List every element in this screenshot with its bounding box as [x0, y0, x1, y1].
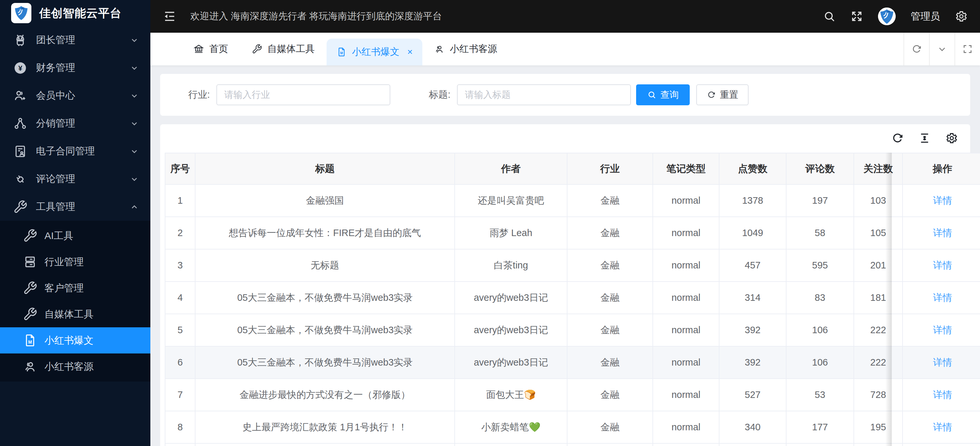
table-row[interactable]: 3无标题白茶ting金融normal457595201详情: [165, 249, 980, 282]
tab-xhs-leads[interactable]: 小红书客源: [422, 33, 509, 65]
sidebar-fold-icon[interactable]: [163, 10, 177, 23]
cell-op: 详情: [902, 346, 980, 379]
sidebar-item-members[interactable]: 会员中心: [0, 82, 150, 110]
cell-follows: 201: [854, 249, 902, 282]
column-header-op[interactable]: 操作: [902, 153, 980, 185]
table-card: 序号标题作者行业笔记类型点赞数评论数关注数操作 1金融强国还是叫吴富贵吧金融no…: [160, 124, 970, 446]
cell-comments: 83: [786, 282, 854, 314]
table-refresh-icon[interactable]: [891, 132, 904, 144]
table-row[interactable]: 1金融强国还是叫吴富贵吧金融normal1378197103详情: [165, 185, 980, 217]
reset-button[interactable]: 重置: [696, 84, 749, 105]
sidebar-item-label: 电子合同管理: [36, 145, 121, 158]
sidebar-submenu: AI工具 行业管理 客户管理 自媒体工具 M 小红书爆文 小红书客源: [0, 221, 150, 382]
sidebar-subitem-label: 小红书爆文: [45, 334, 139, 347]
table-row[interactable]: 7金融进步最快的方式没有之一（邪修版）面包大王🍞金融normal52753728…: [165, 379, 980, 411]
table-row[interactable]: 9怎么才有招行员工那样的精英气质五道口爱发声金融normal355432104详…: [165, 443, 980, 446]
user-avatar[interactable]: [878, 8, 896, 25]
tab-close-icon[interactable]: ×: [407, 47, 412, 57]
topbar-actions: 管理员: [823, 8, 967, 25]
tab-label: 小红书爆文: [352, 45, 399, 59]
detail-link[interactable]: 详情: [933, 195, 952, 205]
cell-follows: 105: [854, 217, 902, 249]
user-name[interactable]: 管理员: [911, 10, 940, 23]
tab-media-tools[interactable]: 自媒体工具: [240, 33, 326, 65]
column-header-follows[interactable]: 关注数: [854, 153, 902, 185]
tabbar-actions: [904, 33, 980, 65]
sidebar-subitem-label: AI工具: [45, 229, 139, 243]
table-row[interactable]: 2想告诉每一位成年女性：FIRE才是自由的底气雨梦 Leah金融normal10…: [165, 217, 980, 249]
reset-button-label: 重置: [720, 89, 738, 101]
sidebar-subitem-industry[interactable]: 行业管理: [0, 249, 150, 275]
table-row[interactable]: 505大三金融本，不做免费牛马润web3实录avery的web3日记金融norm…: [165, 314, 980, 346]
yen-icon: ¥: [13, 61, 27, 75]
detail-link[interactable]: 详情: [933, 389, 952, 400]
svg-text:¥: ¥: [18, 64, 22, 72]
sidebar-subitem-ai-tools[interactable]: AI工具: [0, 223, 150, 249]
column-header-noteType[interactable]: 笔记类型: [653, 153, 719, 185]
tab-xhs-posts[interactable]: M 小红书爆文 ×: [326, 38, 422, 65]
sidebar-subitem-xhs-posts[interactable]: M 小红书爆文: [0, 327, 150, 354]
sidebar-subitem-label: 行业管理: [45, 255, 139, 269]
cell-seq: 6: [165, 346, 195, 379]
search-icon[interactable]: [823, 10, 835, 22]
sidebar-item-finance[interactable]: ¥ 财务管理: [0, 54, 150, 82]
sidebar-item-label: 工具管理: [36, 200, 121, 213]
sidebar-item-label: 团长管理: [36, 33, 121, 47]
svg-text:M: M: [28, 340, 32, 345]
fullscreen-expand-icon[interactable]: [851, 10, 863, 22]
cell-title: 金融强国: [195, 185, 455, 217]
table-row[interactable]: 405大三金融本，不做免费牛马润web3实录avery的web3日记金融norm…: [165, 282, 980, 314]
detail-link[interactable]: 详情: [933, 292, 952, 303]
sidebar-item-distribution[interactable]: 分销管理: [0, 110, 150, 137]
detail-link[interactable]: 详情: [933, 260, 952, 271]
cell-op: 详情: [902, 185, 980, 217]
column-header-likes[interactable]: 点赞数: [719, 153, 786, 185]
industry-input[interactable]: [216, 84, 390, 105]
detail-link[interactable]: 详情: [933, 422, 952, 432]
app-logo[interactable]: 佳创智能云平台: [0, 0, 150, 26]
industry-label: 行业:: [188, 88, 210, 101]
title-input[interactable]: [457, 84, 631, 105]
column-header-author[interactable]: 作者: [455, 153, 567, 185]
cell-noteType: normal: [653, 314, 719, 346]
sidebar-subitem-customers[interactable]: 客户管理: [0, 275, 150, 301]
cell-comments: 53: [786, 379, 854, 411]
search-button[interactable]: 查询: [636, 84, 690, 105]
cell-author: 面包大王🍞: [455, 379, 567, 411]
column-header-seq[interactable]: 序号: [165, 153, 195, 185]
sidebar-item-tools[interactable]: 工具管理: [0, 193, 150, 221]
column-header-comments[interactable]: 评论数: [786, 153, 854, 185]
column-settings-gear-icon[interactable]: [946, 132, 958, 144]
tabs-refresh-icon[interactable]: [904, 33, 929, 65]
column-header-industry[interactable]: 行业: [567, 153, 653, 185]
tabs-chevron-down-icon[interactable]: [929, 33, 955, 65]
detail-link[interactable]: 详情: [933, 325, 952, 335]
gear-icon[interactable]: [955, 10, 967, 22]
cell-likes: 392: [719, 346, 786, 379]
detail-link[interactable]: 详情: [933, 228, 952, 238]
table-row[interactable]: 8史上最严跨境汇款政策 1月1号执行！！小新卖蜡笔💚金融normal340177…: [165, 411, 980, 443]
table-row[interactable]: 605大三金融本，不做免费牛马润web3实录avery的web3日记金融norm…: [165, 346, 980, 379]
tab-home[interactable]: 首页: [182, 33, 240, 65]
sidebar-subitem-media-tools[interactable]: 自媒体工具: [0, 301, 150, 327]
cell-title: 金融进步最快的方式没有之一（邪修版）: [195, 379, 455, 411]
cell-title: 05大三金融本，不做免费牛马润web3实录: [195, 314, 455, 346]
sidebar-item-label: 会员中心: [36, 89, 121, 102]
sidebar-item-leader[interactable]: 团长管理: [0, 26, 150, 54]
column-header-title[interactable]: 标题: [195, 153, 455, 185]
sidebar-item-contracts[interactable]: 电子合同管理: [0, 137, 150, 165]
cell-seq: 3: [165, 249, 195, 282]
cell-likes: 314: [719, 282, 786, 314]
sidebar-subitem-xhs-leads[interactable]: 小红书客源: [0, 354, 150, 380]
tabs-fullscreen-icon[interactable]: [955, 33, 980, 65]
users-icon: [13, 89, 27, 103]
cell-industry: 金融: [567, 443, 653, 446]
cell-follows: 103: [854, 185, 902, 217]
cell-author: 小新卖蜡笔💚: [455, 411, 567, 443]
wrench-icon: [23, 281, 37, 295]
table-toolbar: [165, 129, 966, 153]
sidebar-item-comments[interactable]: 评论管理: [0, 165, 150, 193]
detail-link[interactable]: 详情: [933, 357, 952, 368]
app-title: 佳创智能云平台: [39, 6, 122, 21]
row-height-icon[interactable]: [918, 132, 931, 144]
